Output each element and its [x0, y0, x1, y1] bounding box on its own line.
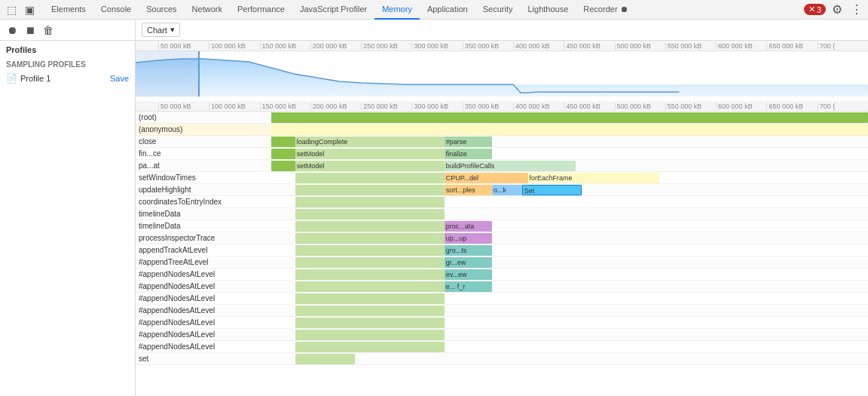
- flame-block[interactable]: [295, 233, 445, 244]
- flame-row-close[interactable]: close loadingComplete #parse: [136, 136, 868, 148]
- row-label-close: close: [136, 137, 271, 146]
- row-cells-appendnodesatlevel2: e... f_r: [271, 281, 868, 292]
- flame-block[interactable]: [271, 161, 295, 171]
- profile-1-item[interactable]: 📄 Profile 1 Save: [0, 70, 135, 87]
- flame-row-appendnodesatlevel1[interactable]: #appendNodesAtLevel ev...ew: [136, 269, 868, 281]
- flame-row-appendnodesatlevel2[interactable]: #appendNodesAtLevel e... f_r: [136, 281, 868, 293]
- flame-row-setwindowtimes[interactable]: setWindowTimes CPUP...del forEachFrame: [136, 172, 868, 184]
- more-icon[interactable]: ⋮: [848, 2, 865, 18]
- flame-block-buildprofilecalls[interactable]: buildProfileCalls: [445, 161, 576, 171]
- flame-block[interactable]: [295, 197, 445, 207]
- inspect-icon[interactable]: ⬚: [3, 2, 20, 18]
- flame-block[interactable]: [295, 281, 445, 292]
- row-cells-appendtrackaatlevel: gro...ts: [271, 244, 868, 256]
- flame-block-efr[interactable]: e... f_r: [445, 281, 492, 292]
- stop-button[interactable]: ⏹: [23, 23, 38, 38]
- ruler-mark-100k: 100 000 kB: [209, 42, 259, 50]
- flame-block-upup[interactable]: up...up: [445, 233, 492, 244]
- flame-row-appendtrackaatlevel[interactable]: appendTrackAtLevel gro...ts: [136, 244, 868, 256]
- flame-block[interactable]: [295, 318, 445, 328]
- tab-network[interactable]: Network: [185, 0, 230, 20]
- flame-block[interactable]: [295, 209, 445, 219]
- flame-block-finalize[interactable]: finalize: [445, 149, 492, 159]
- flame-block[interactable]: [295, 269, 445, 280]
- flame-row-appendnodesatlevel3[interactable]: #appendNodesAtLevel: [136, 293, 868, 305]
- tab-js-profiler[interactable]: JavaScript Profiler: [292, 0, 374, 20]
- flame-block[interactable]: [295, 330, 445, 340]
- flame-block-ok[interactable]: o...k: [492, 185, 522, 195]
- flame-row-root[interactable]: (root): [136, 112, 868, 124]
- flame-block-setmodel2[interactable]: setModel: [295, 161, 445, 171]
- settings-icon[interactable]: ⚙: [829, 2, 845, 18]
- flame-block[interactable]: [295, 293, 445, 304]
- flame-row-appendnodesatlevel6[interactable]: #appendNodesAtLevel: [136, 329, 868, 341]
- flame-block[interactable]: [295, 257, 445, 268]
- flame-block-set-selected[interactable]: Set: [522, 185, 582, 195]
- flame-row-timelinedata1[interactable]: timelineData: [136, 208, 868, 220]
- tab-memory[interactable]: Memory: [374, 0, 420, 20]
- tab-recorder[interactable]: Recorder ⏺: [576, 0, 635, 20]
- trash-button[interactable]: 🗑: [41, 23, 56, 38]
- flame-block[interactable]: [271, 137, 295, 147]
- flame-block-set[interactable]: [295, 354, 355, 364]
- flame-block-grew[interactable]: gr...ew: [445, 257, 492, 268]
- record-button[interactable]: ⏺: [5, 23, 20, 38]
- error-badge[interactable]: ✕ 3: [804, 4, 826, 15]
- tab-sources[interactable]: Sources: [139, 0, 184, 20]
- save-link[interactable]: Save: [110, 74, 129, 83]
- flame-row-coordtoentry[interactable]: coordinatesToEntryIndex: [136, 196, 868, 208]
- flame-row-set[interactable]: set: [136, 353, 868, 365]
- ruler-mark-200k: 200 000 kB: [310, 42, 361, 50]
- main-mark-550k: 550 000 kB: [665, 103, 716, 110]
- flame-rows: (root) (anonymous) close: [136, 112, 868, 376]
- flame-block-parse[interactable]: #parse: [445, 137, 492, 147]
- flame-block-evew[interactable]: ev...ew: [445, 269, 492, 280]
- flame-block[interactable]: [295, 185, 445, 195]
- timeline-chart-area[interactable]: [136, 51, 868, 97]
- tab-lighthouse[interactable]: Lighthouse: [520, 0, 576, 20]
- flame-row-appendnodesatlevel7[interactable]: #appendNodesAtLevel: [136, 341, 868, 353]
- flame-block[interactable]: [295, 173, 445, 183]
- device-icon[interactable]: ▣: [21, 2, 38, 18]
- flame-block[interactable]: [295, 342, 445, 352]
- flame-block-setmodel1[interactable]: setModel: [295, 149, 445, 159]
- ruler-mark-250k: 250 000 kB: [361, 42, 411, 50]
- flame-block[interactable]: [271, 124, 868, 135]
- flame-row-appendnodesatlevel5[interactable]: #appendNodesAtLevel: [136, 317, 868, 329]
- timeline-overview[interactable]: 50 000 kB 100 000 kB 150 000 kB 200 000 …: [136, 41, 868, 101]
- content-area: Chart ▾ 50 000 kB 100 000 kB 150 000 kB …: [136, 20, 868, 396]
- flame-row-appendtreeatlevel[interactable]: #appendTreeAtLevel gr...ew: [136, 256, 868, 269]
- chart-select[interactable]: Chart ▾: [142, 23, 180, 37]
- row-cells-coordtoentry: [271, 196, 868, 207]
- flame-row-anonymous[interactable]: (anonymous): [136, 124, 868, 136]
- flame-row-paat[interactable]: pa...at setModel buildProfileCalls: [136, 160, 868, 172]
- row-cells-appendnodesatlevel3: [271, 293, 868, 304]
- flame-block-foreachframe[interactable]: forEachFrame: [528, 173, 659, 183]
- row-cells-timelinedata2: proc...ata: [271, 220, 868, 232]
- flame-rows-container[interactable]: (root) (anonymous) close: [136, 112, 868, 396]
- flame-row-appendnodesatlevel4[interactable]: #appendNodesAtLevel: [136, 305, 868, 317]
- flame-row-updatehighlight[interactable]: updateHighlight sort...ples o...k Set: [136, 184, 868, 196]
- main-mark-50k: 50 000 kB: [158, 103, 209, 110]
- flame-block-sortples[interactable]: sort...ples: [445, 185, 492, 195]
- row-cells-anonymous: [271, 124, 868, 135]
- flame-block[interactable]: [271, 112, 868, 123]
- ruler-mark-650k: 650 000 kB: [766, 42, 817, 50]
- flame-block-procata[interactable]: proc...ata: [445, 221, 492, 232]
- tab-application[interactable]: Application: [420, 0, 475, 20]
- flame-block[interactable]: [295, 221, 445, 232]
- flame-block-loadingcomplete[interactable]: loadingComplete: [295, 137, 445, 147]
- flame-row-processinspectortrace[interactable]: processInspectorTrace up...up: [136, 232, 868, 244]
- tab-elements[interactable]: Elements: [44, 0, 93, 20]
- flame-block-grots[interactable]: gro...ts: [445, 245, 492, 256]
- flame-row-fince[interactable]: fin...ce setModel finalize: [136, 148, 868, 160]
- tab-security[interactable]: Security: [475, 0, 521, 20]
- flame-block-cpupdel[interactable]: CPUP...del: [445, 173, 528, 183]
- flame-block[interactable]: [271, 149, 295, 159]
- flame-row-timelinedata2[interactable]: timelineData proc...ata: [136, 220, 868, 232]
- flame-block[interactable]: [295, 305, 445, 316]
- tab-console[interactable]: Console: [93, 0, 139, 20]
- tab-performance[interactable]: Performance: [230, 0, 292, 20]
- flame-block[interactable]: [295, 245, 445, 256]
- row-label-anonymous: (anonymous): [136, 125, 271, 134]
